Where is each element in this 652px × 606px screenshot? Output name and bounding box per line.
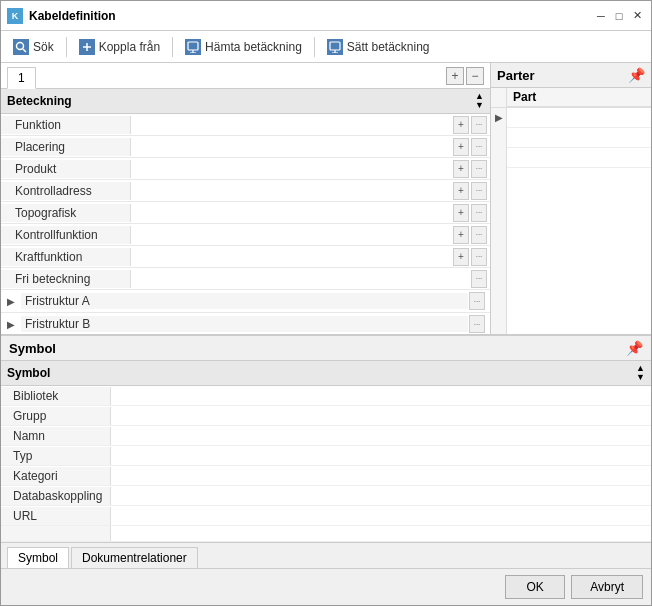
parter-row-1 (507, 108, 651, 128)
search-icon (13, 39, 29, 55)
funktion-label: Funktion (1, 116, 131, 134)
typ-value (111, 454, 651, 458)
window-title: Kabeldefinition (29, 9, 593, 23)
typ-label: Typ (1, 447, 111, 465)
fri-beteckning-more-btn[interactable]: ··· (471, 270, 487, 288)
parter-row-3 (507, 148, 651, 168)
search-label: Sök (33, 40, 54, 54)
search-button[interactable]: Sök (7, 36, 60, 58)
field-fri-beteckning: Fri beteckning ··· (1, 268, 490, 290)
set-icon (327, 39, 343, 55)
parter-arrow-col: ▶ (491, 108, 507, 334)
beteckning-header: Beteckning ▲ ▼ (1, 89, 490, 114)
topografisk-more-btn[interactable]: ··· (471, 204, 487, 222)
fetch-button[interactable]: Hämta betäckning (179, 36, 308, 58)
bottom-section: Symbol 📌 Symbol ▲ ▼ Bibliotek Grupp Nam (1, 334, 651, 605)
svg-rect-6 (188, 42, 198, 50)
grupp-value (111, 414, 651, 418)
disconnect-icon (79, 39, 95, 55)
fetch-icon (185, 39, 201, 55)
field-funktion: Funktion + ··· (1, 114, 490, 136)
fristruktur-b-action: ··· (468, 315, 490, 333)
disconnect-label: Koppla från (99, 40, 160, 54)
svg-point-2 (17, 42, 24, 49)
fields-container: Funktion + ··· Placering + ··· (1, 114, 490, 334)
kontrolladress-label: Kontrolladress (1, 182, 131, 200)
fri-beteckning-actions: ··· (470, 270, 490, 288)
databaskoppling-value (111, 494, 651, 498)
close-button[interactable]: ✕ (629, 8, 645, 24)
tab-1[interactable]: 1 (7, 67, 36, 89)
namn-value (111, 434, 651, 438)
set-button[interactable]: Sätt betäckning (321, 36, 436, 58)
minimize-button[interactable]: ─ (593, 8, 609, 24)
fristruktur-b-expander[interactable]: ▶ (1, 319, 21, 330)
topografisk-value (131, 211, 452, 215)
produkt-value (131, 167, 452, 171)
field-kontrollfunktion: Kontrollfunktion + ··· (1, 224, 490, 246)
kontrollfunktion-value (131, 233, 452, 237)
kraftfunktion-more-btn[interactable]: ··· (471, 248, 487, 266)
placering-label: Placering (1, 138, 131, 156)
symbol-row-url: URL (1, 506, 651, 526)
field-kontrolladress: Kontrolladress + ··· (1, 180, 490, 202)
placering-add-btn[interactable]: + (453, 138, 469, 156)
symbol-tab-dokumentrelationer[interactable]: Dokumentrelationer (71, 547, 198, 568)
fristruktur-b-label: Fristruktur B (21, 316, 468, 332)
kontrollfunktion-label: Kontrollfunktion (1, 226, 131, 244)
symbol-col-header: Symbol ▲ ▼ (1, 361, 651, 386)
symbol-row-empty (1, 526, 651, 542)
symbol-scroll-down[interactable]: ▼ (636, 373, 645, 382)
produkt-more-btn[interactable]: ··· (471, 160, 487, 178)
kontrolladress-add-btn[interactable]: + (453, 182, 469, 200)
maximize-button[interactable]: □ (611, 8, 627, 24)
ok-button[interactable]: OK (505, 575, 565, 599)
placering-actions: + ··· (452, 138, 490, 156)
symbol-tab-symbol[interactable]: Symbol (7, 547, 69, 568)
disconnect-button[interactable]: Koppla från (73, 36, 166, 58)
svg-text:K: K (12, 11, 19, 21)
separator-2 (172, 37, 173, 57)
add-tab-button[interactable]: + (446, 67, 464, 85)
produkt-add-btn[interactable]: + (453, 160, 469, 178)
grupp-label: Grupp (1, 407, 111, 425)
topografisk-add-btn[interactable]: + (453, 204, 469, 222)
symbol-kategori-value (111, 474, 651, 478)
placering-value (131, 145, 452, 149)
kraftfunktion-value (131, 255, 452, 259)
fristruktur-a-row: ▶ Fristruktur A ··· (1, 290, 490, 313)
symbol-row-databaskoppling: Databaskoppling (1, 486, 651, 506)
placering-more-btn[interactable]: ··· (471, 138, 487, 156)
remove-tab-button[interactable]: − (466, 67, 484, 85)
kontrollfunktion-more-btn[interactable]: ··· (471, 226, 487, 244)
symbol-table: Symbol ▲ ▼ Bibliotek Grupp Namn Typ (1, 361, 651, 542)
fristruktur-a-action: ··· (468, 292, 490, 310)
beteckning-section: Beteckning ▲ ▼ Funktion + ··· (1, 89, 490, 334)
fristruktur-a-expander[interactable]: ▶ (1, 296, 21, 307)
kraftfunktion-add-btn[interactable]: + (453, 248, 469, 266)
kontrolladress-more-btn[interactable]: ··· (471, 182, 487, 200)
parter-title: Parter (497, 68, 535, 83)
symbol-pin-icon[interactable]: 📌 (626, 340, 643, 356)
parter-pin-icon[interactable]: 📌 (628, 67, 645, 83)
scroll-down-arrow[interactable]: ▼ (475, 101, 484, 110)
separator-3 (314, 37, 315, 57)
bottom-buttons: OK Avbryt (1, 568, 651, 605)
field-topografisk: Topografisk + ··· (1, 202, 490, 224)
fristruktur-a-more-btn[interactable]: ··· (469, 292, 485, 310)
funktion-add-btn[interactable]: + (453, 116, 469, 134)
funktion-more-btn[interactable]: ··· (471, 116, 487, 134)
symbol-tabs: Symbol Dokumentrelationer (1, 542, 651, 568)
symbol-row-grupp: Grupp (1, 406, 651, 426)
parter-header: Parter 📌 (491, 63, 651, 88)
tab-controls: + − (446, 67, 484, 87)
kontrollfunktion-add-btn[interactable]: + (453, 226, 469, 244)
parter-content: Part ▶ (491, 88, 651, 334)
beteckning-scroll: ▲ ▼ (475, 92, 484, 110)
cancel-button[interactable]: Avbryt (571, 575, 643, 599)
main-content: 1 + − Beteckning ▲ ▼ (1, 63, 651, 334)
field-produkt: Produkt + ··· (1, 158, 490, 180)
bibliotek-value (111, 394, 651, 398)
fristruktur-b-more-btn[interactable]: ··· (469, 315, 485, 333)
field-kraftfunktion: Kraftfunktion + ··· (1, 246, 490, 268)
